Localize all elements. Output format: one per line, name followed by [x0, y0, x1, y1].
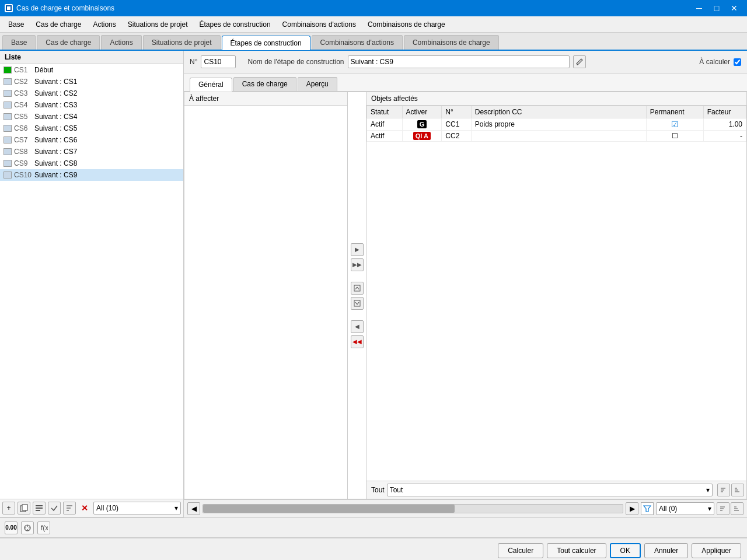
close-btn[interactable]: ✕: [726, 0, 742, 16]
list-item[interactable]: CS9Suivant : CS8: [0, 158, 183, 169]
menu-combinaisons-actions[interactable]: Combinaisons d'actions: [277, 18, 362, 31]
menu-base[interactable]: Base: [2, 18, 30, 31]
maximize-btn[interactable]: □: [708, 0, 725, 16]
left-panel: Liste CS1DébutCS2Suivant : CS1CS3Suivant…: [0, 51, 184, 517]
list-item[interactable]: CS5Suivant : CS4: [0, 111, 183, 123]
window-title: Cas de charge et combinaisons: [16, 4, 114, 12]
sub-tab-general[interactable]: Général: [190, 78, 232, 92]
scroll-left-btn[interactable]: ◀: [187, 502, 200, 515]
cell-permanent[interactable]: ☐: [646, 131, 703, 142]
list-item-name: Suivant : CS7: [34, 148, 180, 156]
sort-btn[interactable]: [63, 502, 76, 514]
sub-tab-apercu[interactable]: Aperçu: [298, 77, 337, 91]
check-btn[interactable]: [48, 502, 61, 514]
appliquer-btn[interactable]: Appliquer: [692, 543, 741, 558]
tab-cas-de-charge[interactable]: Cas de charge: [37, 35, 100, 50]
filter-sort-desc[interactable]: [731, 502, 743, 515]
cell-activer[interactable]: QI A: [402, 131, 442, 142]
list-item[interactable]: CS6Suivant : CS5: [0, 123, 183, 134]
function-icon[interactable]: f(x): [37, 522, 50, 534]
all-dropdown[interactable]: All (10) ▾: [93, 502, 181, 514]
name-input[interactable]: [348, 55, 570, 68]
menu-cas-de-charge[interactable]: Cas de charge: [30, 18, 87, 31]
edit-name-btn[interactable]: [573, 55, 586, 68]
scroll-track[interactable]: [203, 504, 623, 513]
list-item[interactable]: CS2Suivant : CS1: [0, 76, 183, 88]
list-item-color: [4, 160, 12, 167]
tab-situations[interactable]: Situations de projet: [143, 35, 221, 50]
list-item-name: Début: [34, 66, 180, 74]
cell-facteur: -: [703, 131, 746, 142]
tout-calculer-btn[interactable]: Tout calculer: [547, 543, 606, 558]
tab-etapes[interactable]: Étapes de construction: [222, 36, 310, 50]
col-permanent: Permanent: [646, 106, 703, 118]
tab-combinaisons-charge[interactable]: Combinaisons de charge: [404, 35, 499, 50]
tab-combinaisons-actions[interactable]: Combinaisons d'actions: [312, 35, 403, 50]
move-up-btn[interactable]: [351, 282, 364, 295]
list-item-name: Suivant : CS2: [34, 89, 180, 97]
calcul-group: À calculer: [699, 58, 741, 66]
list-item-color: [4, 125, 12, 132]
scroll-right-btn[interactable]: ▶: [626, 502, 638, 515]
menu-situations[interactable]: Situations de projet: [122, 18, 194, 31]
annuler-btn[interactable]: Annuler: [644, 543, 688, 558]
arrow-left-all-btn[interactable]: ◀◀: [351, 335, 364, 348]
list-item[interactable]: CS1Début: [0, 64, 183, 76]
cell-activer[interactable]: G: [402, 118, 442, 131]
list-item-name: Suivant : CS5: [34, 124, 180, 132]
menu-actions[interactable]: Actions: [87, 18, 121, 31]
snap-icon[interactable]: [21, 522, 34, 534]
liste-header: Liste: [0, 51, 183, 64]
list-area[interactable]: CS1DébutCS2Suivant : CS1CS3Suivant : CS2…: [0, 64, 183, 499]
arrow-buttons: ▶ ▶▶ ◀ ◀◀: [348, 92, 366, 499]
list-item-color: [4, 90, 12, 97]
cell-permanent[interactable]: ☑: [646, 118, 703, 131]
col-facteur: Facteur: [703, 106, 746, 118]
move-down-btn[interactable]: [351, 297, 364, 310]
objets-table[interactable]: Statut Activer N° Description CC Permane…: [366, 106, 746, 481]
cell-statut: Actif: [367, 118, 403, 131]
delete-btn[interactable]: ✕: [78, 502, 91, 514]
list-item[interactable]: CS7Suivant : CS6: [0, 134, 183, 146]
minimize-btn[interactable]: ─: [691, 0, 707, 16]
filter-sort-asc[interactable]: [717, 502, 729, 515]
right-top: N° Nom de l'étape de construction À calc…: [184, 51, 747, 74]
calcul-label: À calculer: [699, 58, 730, 66]
sort-asc-btn[interactable]: [717, 484, 730, 496]
menu-etapes[interactable]: Étapes de construction: [194, 18, 277, 31]
tab-actions[interactable]: Actions: [101, 35, 141, 50]
menu-combinaisons-charge[interactable]: Combinaisons de charge: [362, 18, 451, 31]
tout-dropdown[interactable]: Tout ▾: [387, 484, 713, 496]
arrow-right-all-btn[interactable]: ▶▶: [351, 258, 364, 271]
table-row[interactable]: ActifGCC1Poids propre☑1.00: [367, 118, 746, 131]
num-input[interactable]: [201, 55, 236, 68]
col-num: N°: [442, 106, 472, 118]
filter-dropdown[interactable]: All (0) ▾: [656, 502, 714, 515]
properties-btn[interactable]: [33, 502, 46, 514]
sub-tab-cas[interactable]: Cas de charge: [233, 77, 296, 91]
arrow-left-btn[interactable]: ◀: [351, 320, 364, 333]
list-item[interactable]: CS10Suivant : CS9: [0, 169, 183, 181]
list-item[interactable]: CS3Suivant : CS2: [0, 88, 183, 99]
copy-btn[interactable]: [18, 502, 30, 514]
content-area: À affecter ▶ ▶▶ ◀ ◀◀ Objets aff: [184, 92, 747, 499]
list-item-name: Suivant : CS4: [34, 113, 180, 121]
arrow-right-btn[interactable]: ▶: [351, 243, 364, 256]
filter-all-label: All (0): [659, 505, 677, 513]
ok-btn[interactable]: OK: [610, 543, 641, 558]
coord-icon[interactable]: 0.00: [5, 522, 18, 534]
filter-sort-btns: [717, 502, 743, 515]
svg-rect-6: [36, 505, 43, 506]
sort-desc-btn[interactable]: [731, 484, 744, 496]
list-item-color: [4, 148, 12, 155]
calcul-checkbox[interactable]: [734, 58, 741, 66]
list-item[interactable]: CS8Suivant : CS7: [0, 146, 183, 158]
table-row[interactable]: ActifQI ACC2☐-: [367, 131, 746, 142]
affecter-body[interactable]: [184, 106, 347, 499]
list-item-name: Suivant : CS3: [34, 101, 180, 109]
calculer-btn[interactable]: Calculer: [498, 543, 543, 558]
tab-base[interactable]: Base: [2, 35, 36, 50]
add-btn[interactable]: +: [2, 502, 15, 514]
list-item[interactable]: CS4Suivant : CS3: [0, 99, 183, 111]
filter-btn[interactable]: [641, 502, 654, 515]
